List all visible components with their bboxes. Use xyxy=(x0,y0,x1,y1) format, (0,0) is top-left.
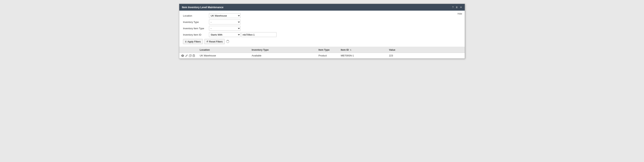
pause-button[interactable]: ⏸ xyxy=(456,6,458,9)
window-title: Item Inventory Level Maintenance xyxy=(182,6,224,9)
inventory-item-id-label: Inventory Item ID xyxy=(183,33,209,36)
delete-icon xyxy=(193,54,195,57)
row-inventory-type: Available xyxy=(250,53,316,58)
col-header-location: Location xyxy=(198,47,250,53)
filter-row-inventory-item-id: Inventory Item ID Starts With Contains E… xyxy=(183,32,461,37)
location-select[interactable]: UK Warehouse US Warehouse EU Warehouse xyxy=(209,13,240,18)
svg-point-1 xyxy=(182,55,183,56)
apply-filters-button[interactable]: ⧖ Apply Filters xyxy=(183,39,203,44)
svg-rect-3 xyxy=(189,55,191,57)
reset-filters-label: Reset Filters xyxy=(209,40,223,43)
edit-icon xyxy=(185,54,188,57)
results-table-container: Location Inventory Type Item Type Item I… xyxy=(179,47,465,58)
filter-actions: ⧖ Apply Filters ↺ Reset Filters xyxy=(183,39,461,44)
col-header-item-type: Item Type xyxy=(316,47,339,53)
table-row: UK Warehouse Available Product MB709SN-1… xyxy=(179,53,465,58)
view-button[interactable] xyxy=(181,55,184,57)
col-header-inventory-type: Inventory Type xyxy=(250,47,316,53)
window-controls: ? ⏸ ✕ xyxy=(452,6,462,9)
svg-rect-4 xyxy=(193,55,195,57)
edit-button[interactable] xyxy=(185,54,188,57)
filter-panel: Hide Location UK Warehouse US Warehouse … xyxy=(179,11,465,47)
filter-type-select[interactable]: Starts With Contains Equals Ends With xyxy=(209,32,240,37)
sort-icon: ⇅ xyxy=(350,49,351,51)
row-item-type: Product xyxy=(316,53,339,58)
row-value: 223 xyxy=(387,53,465,58)
results-table: Location Inventory Type Item Type Item I… xyxy=(179,47,465,58)
delete-button[interactable] xyxy=(193,54,195,57)
table-body: UK Warehouse Available Product MB709SN-1… xyxy=(179,53,465,58)
help-button[interactable]: ? xyxy=(452,6,454,9)
view-icon xyxy=(181,55,184,57)
loading-spinner xyxy=(226,40,229,43)
inventory-type-select[interactable]: - Available Reserved Damaged xyxy=(209,20,240,24)
col-header-value: Value xyxy=(387,47,465,53)
location-label: Location xyxy=(183,14,209,17)
filter-row-inventory-item-type: Inventory Item Type - Product Component … xyxy=(183,26,461,31)
reset-filters-button[interactable]: ↺ Reset Filters xyxy=(204,39,225,44)
row-actions xyxy=(181,54,196,57)
copy-icon xyxy=(189,54,192,57)
col-header-actions xyxy=(179,47,198,53)
row-item-id: MB709SN-1 xyxy=(339,53,387,58)
row-actions-cell xyxy=(179,53,198,58)
filter-icon: ⧖ xyxy=(185,40,186,43)
inventory-type-label: Inventory Type xyxy=(183,21,209,24)
filter-row-inventory-type: Inventory Type - Available Reserved Dama… xyxy=(183,20,461,24)
main-window: Item Inventory Level Maintenance ? ⏸ ✕ H… xyxy=(179,4,465,59)
row-location: UK Warehouse xyxy=(198,53,250,58)
col-header-item-id[interactable]: Item ID ⇅ xyxy=(339,47,387,53)
filter-row-location: Location UK Warehouse US Warehouse EU Wa… xyxy=(183,13,461,18)
table-header-row: Location Inventory Type Item Type Item I… xyxy=(179,47,465,53)
copy-button[interactable] xyxy=(189,54,192,57)
inventory-item-id-input[interactable] xyxy=(241,32,276,37)
inventory-item-type-select[interactable]: - Product Component Assembly xyxy=(209,26,240,31)
close-button[interactable]: ✕ xyxy=(460,6,462,9)
inventory-item-type-label: Inventory Item Type xyxy=(183,27,209,30)
apply-filters-label: Apply Filters xyxy=(188,40,201,43)
reset-icon: ↺ xyxy=(206,40,208,43)
hide-button[interactable]: Hide xyxy=(458,13,462,15)
titlebar: Item Inventory Level Maintenance ? ⏸ ✕ xyxy=(179,4,465,11)
